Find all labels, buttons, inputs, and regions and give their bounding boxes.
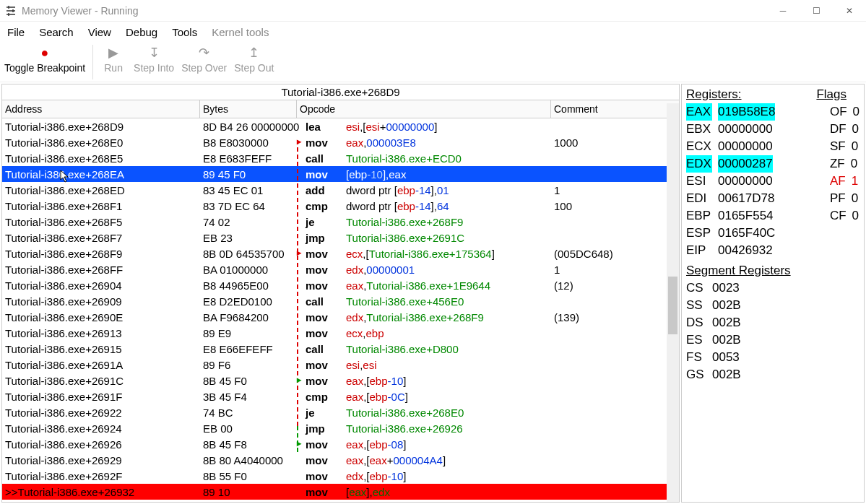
minimize-button[interactable]: ─ <box>766 0 800 22</box>
row-operands: Tutorial-i386.exe+D800 <box>343 343 551 355</box>
run-icon: ▶ <box>108 45 118 61</box>
disasm-row[interactable]: >>Tutorial-i386.exe+2693289 10mov[eax],e… <box>2 484 679 500</box>
disasm-row[interactable]: Tutorial-i386.exe+268EA89 45 F0mov[ebp-1… <box>2 166 679 182</box>
segment-cs[interactable]: CS0023 <box>686 279 859 297</box>
disasm-row[interactable]: Tutorial-i386.exe+2692274 BCjeTutorial-i… <box>2 404 679 420</box>
disasm-row[interactable]: Tutorial-i386.exe+268F183 7D EC 64cmpdwo… <box>2 198 679 214</box>
row-opcode: add <box>297 184 343 196</box>
disasm-row[interactable]: Tutorial-i386.exe+26909E8 D2ED0100callTu… <box>2 293 679 309</box>
col-header-bytes[interactable]: Bytes <box>200 100 297 118</box>
step-out-icon: ↥ <box>248 45 259 61</box>
row-bytes: E8 D2ED0100 <box>200 295 297 308</box>
row-bytes: 8B 80 A4040000 <box>200 454 297 466</box>
module-header: Tutorial-i386.exe+268D9 <box>2 84 679 100</box>
close-button[interactable]: ✕ <box>833 0 866 22</box>
row-comment: (12) <box>551 279 679 292</box>
flag-af[interactable]: AF1 <box>830 173 859 190</box>
disasm-row[interactable]: Tutorial-i386.exe+2691F3B 45 F4cmpeax,[e… <box>2 388 679 404</box>
step-into-button: ↧Step Into <box>134 45 174 74</box>
flag-sf[interactable]: SF0 <box>830 138 859 155</box>
col-header-comment[interactable]: Comment˄ <box>551 100 679 118</box>
row-opcode: call <box>297 343 343 355</box>
row-operands: esi,esi <box>343 359 551 371</box>
row-address: Tutorial-i386.exe+26929 <box>2 454 200 466</box>
disasm-row[interactable]: Tutorial-i386.exe+2691389 E9movecx,ebp <box>2 325 679 341</box>
flag-cf[interactable]: CF0 <box>830 207 859 225</box>
row-opcode: mov <box>297 311 343 323</box>
flag-df[interactable]: DF0 <box>830 121 859 138</box>
disasm-row[interactable]: Tutorial-i386.exe+268F7EB 23jmpTutorial-… <box>2 230 679 246</box>
disasm-row[interactable]: Tutorial-i386.exe+2692F8B 55 F0movedx,[e… <box>2 468 679 484</box>
row-opcode: mov <box>297 470 343 482</box>
row-bytes: EB 23 <box>200 232 297 244</box>
disasm-row[interactable]: Tutorial-i386.exe+26904B8 44965E00moveax… <box>2 277 679 293</box>
register-eip[interactable]: EIP00426932 <box>686 242 859 259</box>
menu-kernel-tools[interactable]: Kernel tools <box>212 26 269 38</box>
registers-title: Registers: <box>686 86 742 103</box>
segment-ds[interactable]: DS002B <box>686 314 859 331</box>
row-operands: Tutorial-i386.exe+268E0 <box>343 407 551 419</box>
row-opcode: cmp <box>297 391 343 403</box>
register-name: EDX <box>686 155 712 173</box>
disasm-row[interactable]: Tutorial-i386.exe+268E5E8 E683FEFFcallTu… <box>2 150 679 166</box>
menu-search[interactable]: Search <box>39 26 74 38</box>
row-comment: 1 <box>551 184 679 196</box>
disasm-row[interactable]: Tutorial-i386.exe+2691C8B 45 F0moveax,[e… <box>2 373 679 388</box>
menu-tools[interactable]: Tools <box>172 26 197 38</box>
col-header-opcode[interactable]: Opcode <box>297 100 551 118</box>
segment-fs[interactable]: FS0053 <box>686 349 859 366</box>
register-esp[interactable]: ESP0165F40C <box>686 225 859 242</box>
row-operands: dword ptr [ebp-14],01 <box>343 184 551 196</box>
segment-gs[interactable]: GS002B <box>686 366 859 383</box>
toggle-bp-button[interactable]: ●Toggle Breakpoint <box>4 45 85 74</box>
disasm-row[interactable]: Tutorial-i386.exe+268F98B 0D 64535700mov… <box>2 246 679 261</box>
segment-es[interactable]: ES002B <box>686 331 859 349</box>
row-opcode: mov <box>297 486 343 498</box>
row-address: Tutorial-i386.exe+268F7 <box>2 232 200 244</box>
row-address: Tutorial-i386.exe+268EA <box>2 168 200 181</box>
col-header-address[interactable]: Address <box>2 100 200 118</box>
disasm-row[interactable]: Tutorial-i386.exe+26915E8 E66EFEFFcallTu… <box>2 341 679 357</box>
menu-debug[interactable]: Debug <box>126 26 157 38</box>
disasm-row[interactable]: Tutorial-i386.exe+268ED83 45 EC 01adddwo… <box>2 182 679 198</box>
flag-of[interactable]: OF0 <box>830 103 859 121</box>
scrollbar[interactable] <box>667 103 679 502</box>
flag-zf[interactable]: ZF0 <box>830 155 859 173</box>
flag-pf[interactable]: PF0 <box>830 190 859 207</box>
row-comment: 100 <box>551 200 679 212</box>
register-value: 0165F554 <box>718 207 774 225</box>
disasm-row[interactable]: Tutorial-i386.exe+269268B 45 F8moveax,[e… <box>2 436 679 452</box>
menu-view[interactable]: View <box>88 26 111 38</box>
row-bytes: BA 01000000 <box>200 264 297 276</box>
disasm-row[interactable]: Tutorial-i386.exe+2691A89 F6movesi,esi <box>2 357 679 373</box>
disasm-row[interactable]: Tutorial-i386.exe+268FFBA 01000000movedx… <box>2 261 679 277</box>
maximize-button[interactable]: ☐ <box>800 0 833 22</box>
row-address: >>Tutorial-i386.exe+26932 <box>2 486 200 498</box>
row-operands: Tutorial-i386.exe+26926 <box>343 422 551 435</box>
segment-ss[interactable]: SS002B <box>686 297 859 314</box>
row-opcode: mov <box>297 454 343 466</box>
row-opcode: mov <box>297 168 343 181</box>
row-address: Tutorial-i386.exe+26926 <box>2 438 200 451</box>
disasm-row[interactable]: Tutorial-i386.exe+268E0B8 E8030000moveax… <box>2 134 679 150</box>
register-value: 019B58E8 <box>718 103 775 121</box>
row-bytes: EB 00 <box>200 422 297 435</box>
row-operands: dword ptr [ebp-14],64 <box>343 200 551 212</box>
registers-pane: Registers: Flags EAX019B58E8EBX00000000E… <box>681 84 865 503</box>
disasm-row[interactable]: Tutorial-i386.exe+268D98D B4 26 00000000… <box>2 118 679 134</box>
run-button: ▶Run <box>100 45 126 74</box>
disasm-row[interactable]: Tutorial-i386.exe+2690EBA F9684200movedx… <box>2 309 679 325</box>
step-into-icon: ↧ <box>149 45 160 61</box>
disasm-row[interactable]: Tutorial-i386.exe+268F574 02jeTutorial-i… <box>2 214 679 230</box>
row-bytes: B8 E8030000 <box>200 136 297 149</box>
disasm-row[interactable]: Tutorial-i386.exe+26924EB 00jmpTutorial-… <box>2 420 679 436</box>
row-operands: edx,Tutorial-i386.exe+268F9 <box>343 311 551 323</box>
register-name: EIP <box>686 242 712 259</box>
disassembly-rows[interactable]: Tutorial-i386.exe+268D98D B4 26 00000000… <box>2 118 679 502</box>
disasm-row[interactable]: Tutorial-i386.exe+269298B 80 A4040000mov… <box>2 452 679 468</box>
menu-file[interactable]: File <box>7 26 25 38</box>
step-out-button: ↥Step Out <box>234 45 274 74</box>
row-bytes: 74 BC <box>200 407 297 419</box>
row-opcode: call <box>297 295 343 308</box>
scrollbar-thumb[interactable] <box>668 277 677 334</box>
